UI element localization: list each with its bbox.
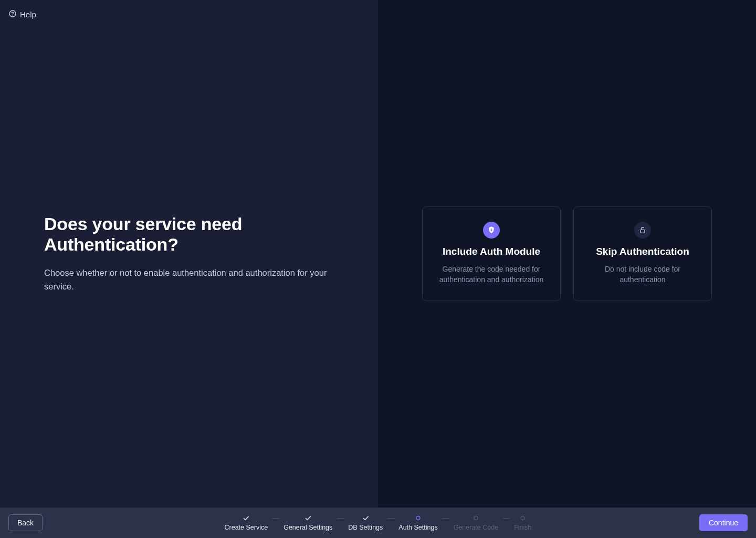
step-connector — [387, 518, 394, 519]
help-link[interactable]: Help — [8, 9, 36, 19]
help-label: Help — [20, 10, 36, 19]
step-label: Finish — [514, 524, 531, 531]
step-connector — [337, 518, 344, 519]
step-connector — [272, 518, 279, 519]
option-include-desc: Generate the code needed for authenticat… — [434, 264, 549, 285]
check-icon — [304, 514, 312, 522]
svg-point-5 — [474, 516, 478, 520]
page-heading: Does your service need Authentication? — [44, 214, 334, 255]
app-root: Help Does your service need Authenticati… — [0, 0, 756, 538]
step-general-settings: General Settings — [284, 514, 332, 531]
step-auth-settings: Auth Settings — [398, 514, 437, 531]
circle-icon — [519, 514, 527, 522]
unlock-icon — [634, 222, 651, 239]
help-icon — [8, 9, 17, 19]
step-label: Generate Code — [454, 524, 498, 531]
step-finish: Finish — [514, 514, 531, 531]
step-label: Auth Settings — [398, 524, 437, 531]
svg-rect-3 — [640, 230, 645, 233]
option-skip-title: Skip Authentication — [585, 246, 700, 257]
option-cards: Include Auth Module Generate the code ne… — [422, 206, 712, 302]
stepper: Create ServiceGeneral SettingsDB Setting… — [225, 514, 532, 531]
back-button[interactable]: Back — [8, 514, 43, 531]
svg-rect-2 — [491, 230, 492, 231]
step-label: DB Settings — [348, 524, 383, 531]
check-icon — [362, 514, 369, 522]
option-skip-auth[interactable]: Skip Authentication Do not include code … — [573, 206, 712, 302]
shield-lock-icon — [483, 222, 500, 239]
main-split: Help Does your service need Authenticati… — [0, 0, 756, 508]
step-connector — [442, 518, 449, 519]
footer-bar: Back Create ServiceGeneral SettingsDB Se… — [0, 508, 756, 538]
step-generate-code: Generate Code — [454, 514, 498, 531]
svg-point-1 — [12, 15, 13, 16]
option-include-title: Include Auth Module — [434, 246, 549, 257]
page-subheading: Choose whether or not to enable authenti… — [44, 266, 334, 293]
step-label: General Settings — [284, 524, 332, 531]
step-label: Create Service — [225, 524, 268, 531]
continue-button[interactable]: Continue — [699, 514, 748, 531]
svg-point-4 — [416, 516, 420, 520]
right-panel: Include Auth Module Generate the code ne… — [378, 0, 756, 508]
option-include-auth[interactable]: Include Auth Module Generate the code ne… — [422, 206, 561, 302]
check-icon — [243, 514, 250, 522]
step-db-settings: DB Settings — [348, 514, 383, 531]
circle-icon — [472, 514, 479, 522]
step-create-service: Create Service — [225, 514, 268, 531]
option-skip-desc: Do not include code for authentication — [585, 264, 700, 285]
left-panel: Help Does your service need Authenticati… — [0, 0, 378, 508]
svg-point-6 — [521, 516, 524, 520]
step-connector — [502, 518, 510, 519]
circle-icon — [414, 514, 422, 522]
